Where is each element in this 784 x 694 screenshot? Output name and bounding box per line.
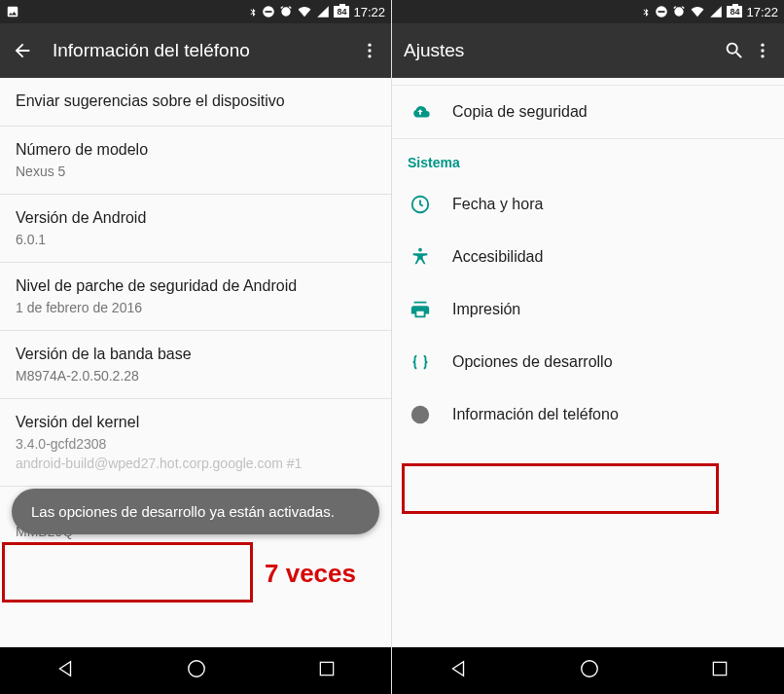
setting-row-datetime[interactable]: Fecha y hora	[392, 178, 784, 231]
overflow-menu-button[interactable]	[753, 41, 772, 60]
setting-row-accessibility[interactable]: Accesibilidad	[392, 231, 784, 283]
nav-recent-button[interactable]	[317, 659, 337, 682]
appbar-title: Ajustes	[404, 40, 716, 61]
wifi-icon	[297, 5, 312, 18]
bluetooth-icon	[641, 5, 651, 18]
clock-icon	[410, 194, 452, 215]
dnd-icon	[262, 5, 275, 18]
svg-point-5	[189, 661, 205, 677]
battery-icon: 84	[727, 6, 742, 18]
setting-row-backup[interactable]: Copia de seguridad	[392, 86, 784, 138]
setting-row-about[interactable]: Información del teléfono	[392, 388, 784, 441]
alarm-icon	[279, 5, 293, 18]
phone-about-screen: 84 17:22 Información del teléfono Enviar…	[0, 0, 392, 694]
svg-point-13	[418, 248, 422, 252]
svg-point-17	[581, 661, 597, 677]
overflow-menu-button[interactable]	[360, 41, 379, 60]
row-android-version[interactable]: Versión de Android 6.0.1	[0, 195, 391, 263]
appbar-title: Información del teléfono	[53, 40, 352, 61]
status-bar: 84 17:22	[392, 0, 784, 23]
nav-recent-button[interactable]	[710, 659, 730, 682]
back-button[interactable]	[12, 40, 33, 61]
svg-rect-16	[419, 410, 421, 412]
printer-icon	[410, 299, 452, 320]
svg-point-11	[761, 55, 764, 57]
braces-icon	[410, 351, 452, 373]
picture-icon	[6, 5, 19, 18]
row-kernel[interactable]: Versión del kernel 3.4.0-gcfd2308 androi…	[0, 399, 391, 487]
dnd-icon	[655, 5, 668, 18]
svg-rect-18	[713, 662, 726, 675]
signal-icon	[316, 5, 330, 18]
svg-rect-15	[419, 413, 421, 419]
toast-message: Las opciones de desarrollo ya están acti…	[12, 489, 379, 535]
signal-icon	[709, 5, 723, 18]
setting-row-developer[interactable]: Opciones de desarrollo	[392, 336, 784, 388]
alarm-icon	[672, 5, 686, 18]
status-time: 17:22	[353, 5, 385, 19]
nav-back-button[interactable]	[447, 658, 469, 683]
svg-rect-6	[320, 662, 333, 675]
row-baseband[interactable]: Versión de la banda base M8974A-2.0.50.2…	[0, 331, 391, 399]
cloud-backup-icon	[410, 101, 452, 123]
appbar: Información del teléfono	[0, 23, 391, 78]
row-model[interactable]: Número de modelo Nexus 5	[0, 127, 391, 195]
bluetooth-icon	[248, 5, 258, 18]
setting-row-print[interactable]: Impresión	[392, 283, 784, 336]
appbar: Ajustes	[392, 23, 784, 78]
svg-point-10	[761, 49, 764, 52]
phone-settings-screen: 84 17:22 Ajustes Copia de seguridad Sist…	[392, 0, 784, 694]
battery-icon: 84	[334, 6, 349, 18]
info-icon	[410, 404, 452, 425]
annotation-text: 7 veces	[265, 559, 356, 589]
svg-point-3	[368, 49, 371, 52]
svg-point-2	[368, 44, 371, 47]
status-time: 17:22	[746, 5, 778, 19]
about-list: Enviar sugerencias sobre el dispositivo …	[0, 78, 391, 647]
accessibility-icon	[410, 246, 452, 268]
section-header-system: Sistema	[392, 139, 784, 178]
annotation-highlight-dev	[402, 463, 719, 514]
svg-point-9	[761, 44, 764, 47]
svg-rect-8	[659, 11, 665, 13]
nav-back-button[interactable]	[54, 658, 76, 683]
settings-list: Copia de seguridad Sistema Fecha y hora …	[392, 78, 784, 647]
navigation-bar	[0, 647, 391, 694]
search-button[interactable]	[724, 40, 745, 61]
row-security-patch[interactable]: Nivel de parche de seguridad de Android …	[0, 263, 391, 331]
svg-point-4	[368, 55, 371, 57]
navigation-bar	[392, 647, 784, 694]
svg-rect-1	[266, 11, 272, 13]
status-bar: 84 17:22	[0, 0, 391, 23]
nav-home-button[interactable]	[186, 658, 207, 683]
wifi-icon	[690, 5, 705, 18]
nav-home-button[interactable]	[579, 658, 600, 683]
row-feedback[interactable]: Enviar sugerencias sobre el dispositivo	[0, 78, 391, 127]
